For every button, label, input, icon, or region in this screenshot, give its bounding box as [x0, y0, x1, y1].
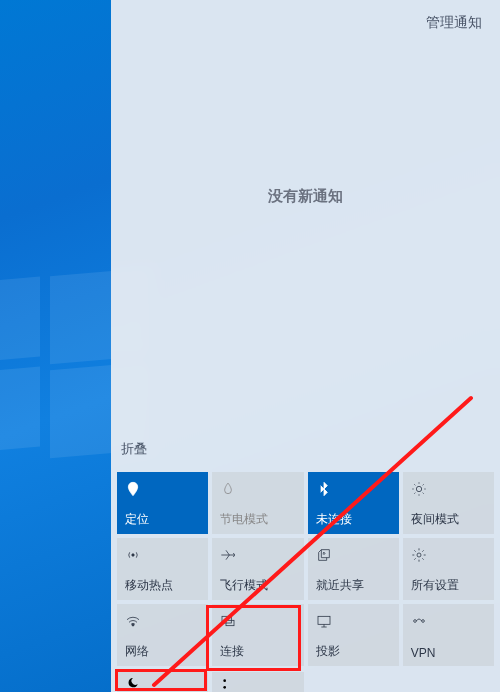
tile-hotspot[interactable]: 移动热点: [117, 538, 208, 600]
tile-label: VPN: [411, 646, 486, 660]
focus-assist-icon: [125, 679, 141, 692]
collapse-tiles-link[interactable]: 折叠: [111, 440, 500, 472]
tile-all-settings[interactable]: 所有设置: [403, 538, 494, 600]
action-center-panel: 管理通知 没有新通知 折叠 定位节电模式未连接夜间模式移动热点飞行模式就近共享所…: [111, 0, 500, 692]
tile-screen-snip[interactable]: [212, 672, 303, 692]
svg-point-8: [413, 620, 416, 623]
tile-focus-assist[interactable]: [117, 672, 208, 692]
tile-bluetooth[interactable]: 未连接: [308, 472, 399, 534]
svg-rect-7: [318, 616, 330, 624]
tile-label: 未连接: [316, 511, 391, 528]
svg-point-2: [132, 554, 134, 556]
tile-night-light[interactable]: 夜间模式: [403, 472, 494, 534]
tile-label: 所有设置: [411, 577, 486, 594]
bluetooth-icon: [316, 480, 391, 498]
tile-label: 投影: [316, 643, 391, 660]
quick-actions-grid: 定位节电模式未连接夜间模式移动热点飞行模式就近共享所有设置网络连接投影VPN: [111, 472, 500, 672]
screen-snip-icon: [220, 679, 236, 692]
tile-nearby-share[interactable]: 就近共享: [308, 538, 399, 600]
tile-connect[interactable]: 连接: [212, 604, 303, 666]
hotspot-icon: [125, 546, 200, 564]
svg-point-1: [416, 486, 421, 491]
night-light-icon: [411, 480, 486, 498]
tile-location[interactable]: 定位: [117, 472, 208, 534]
svg-point-9: [421, 620, 424, 623]
location-icon: [125, 480, 200, 498]
network-icon: [125, 612, 200, 630]
tile-label: 连接: [220, 643, 295, 660]
quick-actions-partial-row: [111, 672, 500, 692]
tile-airplane[interactable]: 飞行模式: [212, 538, 303, 600]
connect-icon: [220, 612, 295, 630]
nearby-share-icon: [316, 546, 391, 564]
action-center-header: 管理通知: [111, 0, 500, 32]
tile-label: 飞行模式: [220, 577, 295, 594]
project-icon: [316, 612, 391, 630]
tile-label: 定位: [125, 511, 200, 528]
svg-point-10: [224, 686, 227, 689]
tile-network[interactable]: 网络: [117, 604, 208, 666]
settings-icon: [411, 546, 486, 564]
tile-label: 移动热点: [125, 577, 200, 594]
no-notifications-text: 没有新通知: [268, 187, 343, 206]
tile-battery-saver[interactable]: 节电模式: [212, 472, 303, 534]
svg-point-11: [224, 679, 227, 682]
svg-rect-5: [222, 616, 231, 623]
svg-point-3: [417, 553, 421, 557]
battery-saver-icon: [220, 480, 295, 498]
tile-label: 节电模式: [220, 511, 295, 528]
airplane-icon: [220, 546, 295, 564]
tile-project[interactable]: 投影: [308, 604, 399, 666]
svg-point-4: [132, 624, 134, 626]
vpn-icon: [411, 612, 486, 630]
tile-vpn[interactable]: VPN: [403, 604, 494, 666]
notifications-empty-area: 没有新通知: [111, 32, 500, 440]
tile-label: 就近共享: [316, 577, 391, 594]
tile-label: 夜间模式: [411, 511, 486, 528]
manage-notifications-link[interactable]: 管理通知: [426, 14, 482, 32]
tile-label: 网络: [125, 643, 200, 660]
